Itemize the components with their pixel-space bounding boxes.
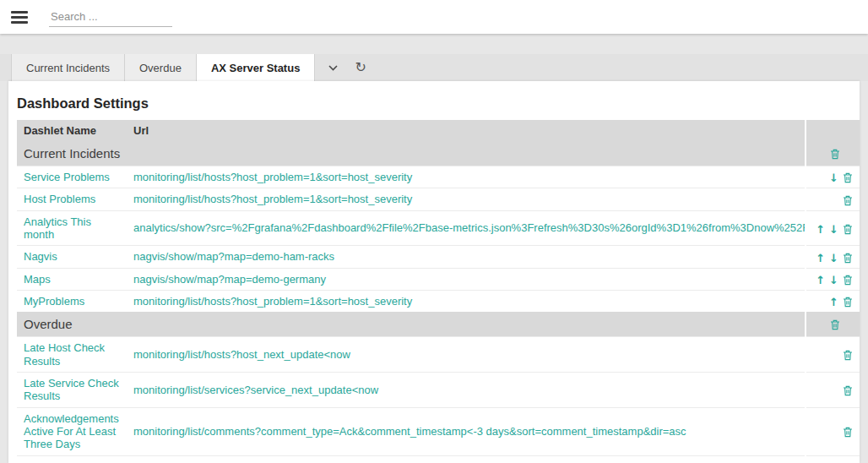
menu-hamburger-icon[interactable] bbox=[11, 11, 28, 24]
refresh-icon[interactable]: ↻ bbox=[355, 61, 366, 74]
move-down-icon[interactable]: ↓ bbox=[829, 275, 838, 286]
dashlet-table-body: Current IncidentsService Problemsmonitor… bbox=[17, 141, 860, 463]
tab-ax-server-status[interactable]: AX Server Status bbox=[197, 54, 316, 81]
row-actions bbox=[806, 337, 860, 373]
dashlet-name-link[interactable]: Service Problems bbox=[17, 166, 127, 188]
section-actions bbox=[806, 141, 860, 166]
move-down-icon[interactable]: ↓ bbox=[829, 224, 838, 235]
dashlet-url-link[interactable]: monitoring/list/hosts?host_next_update<n… bbox=[127, 337, 806, 373]
move-down-icon[interactable]: ↓ bbox=[829, 253, 838, 264]
dashlet-url-link[interactable]: monitoring/list/hosts?host_problem=1&sor… bbox=[127, 188, 806, 210]
dashlet-name-link[interactable]: Late Host Check Results bbox=[17, 337, 127, 373]
section-title: Overdue bbox=[17, 312, 806, 337]
move-down-icon[interactable]: ↓ bbox=[829, 172, 838, 183]
chevron-down-icon[interactable] bbox=[328, 65, 338, 71]
row-actions bbox=[806, 372, 860, 407]
dashlet-row: Late Host Check Resultsmonitoring/list/h… bbox=[17, 337, 860, 373]
delete-dashlet-icon[interactable] bbox=[843, 172, 853, 183]
dashlet-row: Downtimes Active For More Than Three Day… bbox=[17, 455, 860, 463]
row-actions: ↑↓ bbox=[806, 246, 860, 268]
row-actions: ↑↓ bbox=[806, 210, 860, 246]
delete-dashlet-icon[interactable] bbox=[843, 427, 853, 438]
column-header-actions bbox=[806, 120, 860, 141]
dashlet-url-link[interactable]: nagvis/show/map?map=demo-germany bbox=[127, 268, 806, 290]
section-title: Current Incidents bbox=[17, 141, 806, 166]
delete-dashlet-icon[interactable] bbox=[843, 385, 853, 396]
dashlet-row: Nagvisnagvis/show/map?map=demo-ham-racks… bbox=[17, 246, 860, 268]
dashlet-name-link[interactable]: Nagvis bbox=[17, 246, 127, 268]
dashlet-name-link[interactable]: Analytics This month bbox=[17, 210, 127, 246]
dashlet-url-link[interactable]: monitoring/list/services?service_next_up… bbox=[127, 372, 806, 407]
delete-dashlet-icon[interactable] bbox=[843, 297, 853, 308]
dashlet-name-link[interactable]: Acknowledgements Active For At Least Thr… bbox=[17, 407, 127, 455]
dashlet-row: Mapsnagvis/show/map?map=demo-germany↑↓ bbox=[17, 268, 860, 290]
dashlet-row: MyProblemsmonitoring/list/hosts?host_pro… bbox=[17, 290, 860, 312]
move-up-icon[interactable]: ↑ bbox=[816, 224, 825, 235]
move-up-icon[interactable]: ↑ bbox=[816, 253, 825, 264]
column-header-dashlet-name: Dashlet Name bbox=[17, 120, 127, 141]
content-panel: Dashboard Settings Dashlet Name Url Curr… bbox=[8, 81, 860, 463]
row-actions bbox=[806, 407, 860, 455]
dashlet-row: Service Problemsmonitoring/list/hosts?ho… bbox=[17, 166, 860, 188]
row-actions bbox=[806, 455, 860, 463]
column-header-url: Url bbox=[127, 120, 806, 141]
dashlet-url-link[interactable]: nagvis/show/map?map=demo-ham-racks bbox=[127, 246, 806, 268]
dashlet-row: Host Problemsmonitoring/list/hosts?host_… bbox=[17, 188, 860, 210]
delete-dashlet-icon[interactable] bbox=[843, 195, 853, 206]
dashlet-url-link[interactable]: monitoring/list/comments?comment_type=Ac… bbox=[127, 407, 806, 455]
delete-section-icon[interactable] bbox=[830, 319, 840, 330]
dashlet-url-link[interactable]: analytics/show?src=%2Fgrafana%2Fdashboar… bbox=[127, 210, 806, 246]
section-actions bbox=[806, 312, 860, 337]
delete-dashlet-icon[interactable] bbox=[843, 253, 853, 264]
dashlet-row: Analytics This monthanalytics/show?src=%… bbox=[17, 210, 860, 246]
dashlet-table: Dashlet Name Url Current IncidentsServic… bbox=[17, 120, 860, 463]
delete-dashlet-icon[interactable] bbox=[843, 350, 853, 361]
row-actions: ↑ bbox=[806, 290, 860, 312]
tab-tools: ↻ bbox=[315, 54, 366, 81]
top-header-bar bbox=[0, 0, 868, 34]
dashlet-name-link[interactable]: Host Problems bbox=[17, 188, 127, 210]
search-input[interactable] bbox=[49, 8, 172, 27]
section-row: Overdue bbox=[17, 312, 860, 337]
dashlet-row: Late Service Check Resultsmonitoring/lis… bbox=[17, 372, 860, 407]
tab-current-incidents[interactable]: Current Incidents bbox=[11, 54, 125, 81]
page-title: Dashboard Settings bbox=[17, 95, 851, 112]
delete-section-icon[interactable] bbox=[830, 149, 840, 160]
dashlet-url-link[interactable]: monitoring/list/downtimes?downtime_is_in… bbox=[127, 455, 806, 463]
dashlet-name-link[interactable]: Downtimes Active For More Than Three Day… bbox=[17, 455, 127, 463]
search-container bbox=[49, 8, 172, 27]
tab-overdue[interactable]: Overdue bbox=[125, 54, 197, 81]
row-actions: ↓ bbox=[806, 166, 860, 188]
dashlet-name-link[interactable]: Maps bbox=[17, 268, 127, 290]
row-actions: ↑↓ bbox=[806, 268, 860, 290]
dashlet-url-link[interactable]: monitoring/list/hosts?host_problem=1&sor… bbox=[127, 290, 806, 312]
delete-dashlet-icon[interactable] bbox=[843, 224, 853, 235]
move-up-icon[interactable]: ↑ bbox=[829, 297, 838, 308]
dashlet-name-link[interactable]: Late Service Check Results bbox=[17, 372, 127, 407]
tab-bar: Current IncidentsOverdueAX Server Status… bbox=[0, 54, 868, 81]
dashlet-url-link[interactable]: monitoring/list/hosts?host_problem=1&sor… bbox=[127, 166, 806, 188]
dashlet-name-link[interactable]: MyProblems bbox=[17, 290, 127, 312]
table-header-row: Dashlet Name Url bbox=[17, 120, 860, 141]
section-row: Current Incidents bbox=[17, 141, 860, 166]
move-up-icon[interactable]: ↑ bbox=[816, 275, 825, 286]
row-actions bbox=[806, 188, 860, 210]
delete-dashlet-icon[interactable] bbox=[843, 275, 853, 286]
dashlet-row: Acknowledgements Active For At Least Thr… bbox=[17, 407, 860, 455]
